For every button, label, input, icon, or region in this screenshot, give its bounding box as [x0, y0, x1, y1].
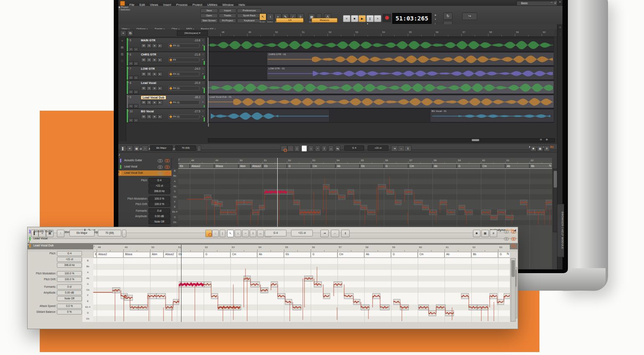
scroll-thumb[interactable] — [511, 260, 515, 277]
modulation-tool[interactable]: ~ — [315, 145, 320, 152]
param-value-noteoff[interactable]: Note Off — [148, 219, 170, 224]
param-value-amplitude[interactable]: 0.00 dB — [148, 214, 170, 219]
volume-stepper-icon[interactable]: ↕ — [202, 81, 204, 84]
pitch-tool[interactable]: ↕ — [308, 145, 314, 152]
solo-button[interactable]: S — [146, 100, 152, 105]
window-controls[interactable]: – □ × — [551, 0, 562, 3]
melodyne-track-lead-vocal-dub[interactable]: •Lead Vocal Dub — [118, 170, 171, 176]
chord-cell[interactable]: Absus2 — [250, 164, 263, 168]
chord-cell[interactable]: Cm — [408, 164, 432, 168]
link-rings-icon[interactable] — [504, 237, 509, 240]
chord-cell[interactable]: Eb — [263, 164, 287, 168]
time-handle-tool[interactable]: ⇆ — [335, 145, 340, 152]
track-header-lead-vocal-dub[interactable]: 9⇆Lead Vocal Dub-38.3↕MS●▸FX (1)+≈~ — [126, 94, 206, 109]
chord-cell[interactable]: G — [457, 164, 481, 168]
clip-lane[interactable]: CHRS GTR - 01 — [208, 52, 554, 66]
rail-icon[interactable]: ▥ — [118, 53, 126, 56]
param-value-amplitude[interactable]: 0.00 dB — [57, 290, 82, 295]
chord-cell[interactable]: Cm — [418, 252, 445, 258]
melodyne-track-acoustic-guitar[interactable]: Acoustic Guitar — [28, 229, 518, 235]
mute-button[interactable]: M — [141, 43, 146, 48]
track-list-icon[interactable]: ▦ — [133, 145, 140, 152]
chord-cell[interactable]: Eb — [178, 164, 190, 168]
track-name[interactable]: LOW GTR — [141, 67, 155, 70]
param-value-pitchdrift[interactable]: 100.0 % — [148, 202, 170, 207]
param-value-attackspeed[interactable]: 0.0 % — [57, 304, 82, 309]
cue-icon[interactable]: ▸ — [435, 13, 437, 17]
radio-selection[interactable]: ○ Selection — [118, 8, 562, 11]
chord-cell[interactable]: G — [384, 164, 408, 168]
clip-lane[interactable] — [208, 80, 554, 94]
chord-cell[interactable]: Bbsus — [123, 252, 150, 258]
pointer-tool[interactable]: ↖ — [302, 145, 307, 152]
dot-icon[interactable]: • — [435, 18, 436, 20]
quantize-dropdown[interactable]: 1/4 — [276, 18, 304, 23]
arm-button[interactable]: ● — [152, 58, 157, 62]
editor-vscrollbar[interactable] — [511, 258, 516, 322]
browser-help-tab[interactable]: BROWSER | HELP MODULE — [557, 204, 564, 257]
link-rings-active-icon[interactable] — [165, 172, 169, 175]
link-pitch-icon[interactable] — [281, 145, 287, 152]
chord-ruler-icon[interactable]: N — [507, 252, 509, 255]
solo-button[interactable]: S — [146, 58, 152, 62]
fx-chip[interactable]: FX (1) — [169, 114, 199, 119]
echo-button[interactable]: ▸ — [157, 100, 163, 105]
chord-cell[interactable]: Abm — [238, 164, 250, 168]
automation-icon[interactable]: ≈ — [128, 61, 133, 66]
note-separation-icon[interactable]: ∣ — [294, 145, 300, 152]
scroll-thumb[interactable] — [554, 171, 557, 188]
fx-add-icon[interactable]: + — [202, 58, 204, 61]
param-value-formants[interactable]: 0 ct — [57, 284, 82, 289]
mute-button[interactable]: M — [141, 114, 146, 119]
chord-cell[interactable]: G — [311, 252, 337, 258]
link-rings-active-icon[interactable] — [511, 237, 516, 240]
solo-button[interactable]: S — [146, 43, 152, 48]
track-header-bg-vocal[interactable]: 10⇆BG Vocal-27.5↕MS●▸FX (1)+≈~ — [126, 109, 206, 123]
chord-cell[interactable]: Ab — [364, 252, 391, 258]
chord-cell[interactable]: G — [391, 252, 418, 258]
note-ruler-icon[interactable]: ♪ — [178, 158, 552, 161]
button-preferences[interactable]: Preferences — [237, 8, 261, 13]
stretch-button[interactable]: ⇕ — [404, 145, 411, 152]
button-keyboard[interactable]: Keyboard — [237, 18, 261, 23]
mute-button[interactable]: M — [141, 58, 146, 62]
track-header-low-gtr[interactable]: 7⇆LOW GTR-24.0↕MS●▸FX (1)+≈~ — [126, 66, 206, 80]
track-header-lead-vocal[interactable]: 8⇆Lead Vocal-20.9↕MS●▸FX (1)+≈~ — [126, 80, 206, 94]
zoom-in-icon[interactable]: ⊕ — [546, 138, 548, 141]
arm-button[interactable]: ● — [152, 100, 157, 105]
chord-cell[interactable]: Cm — [481, 164, 505, 168]
horizontal-scrollbar[interactable] — [208, 138, 555, 142]
chord-cell[interactable]: Cm — [311, 164, 335, 168]
record-button[interactable] — [383, 14, 391, 22]
fx-add-icon[interactable]: + — [202, 72, 204, 75]
snap-tool-icon[interactable]: ⇥ — [93, 228, 95, 232]
duplicate-button[interactable]: ⧉ — [127, 30, 133, 36]
echo-button[interactable]: ▸ — [157, 114, 163, 119]
rail-icon[interactable]: ▤ — [118, 46, 126, 49]
volume-stepper-icon[interactable]: ↕ — [202, 96, 204, 98]
param-value-pitchdrift[interactable]: 100.0 % — [57, 277, 82, 282]
track-header-main-gtr[interactable]: 5⇆MAIN GTR-19.8↕MS●▸FX (1)+≈~ — [126, 38, 206, 52]
automation-icon[interactable]: ≈ — [128, 104, 133, 108]
param-value-pitchmodulation[interactable]: 100.0 % — [148, 196, 170, 201]
wave-icon[interactable]: ~ — [133, 47, 138, 51]
add-track-button[interactable]: + — [120, 30, 126, 36]
volume-stepper-icon[interactable]: ↕ — [202, 67, 204, 70]
link-rings-icon[interactable] — [158, 159, 162, 162]
chord-cell[interactable]: Absus2 — [190, 164, 214, 168]
button-open[interactable]: Open — [200, 13, 218, 18]
chord-cell[interactable]: Cm — [230, 252, 257, 258]
chord-cell[interactable]: Ab — [432, 164, 457, 168]
chord-cell[interactable]: G — [204, 252, 230, 258]
button-start-screen[interactable]: Start Screen — [200, 18, 218, 23]
melodyne-bar-ruler[interactable]: 48495051525354555657585960616263♪ — [93, 245, 510, 252]
param-value-pitch[interactable]: G 4 — [148, 178, 170, 183]
link-dot-icon[interactable]: ○ — [287, 145, 294, 152]
solo-button[interactable]: S — [146, 114, 152, 119]
loop-button[interactable]: ↻ — [443, 13, 452, 20]
fx-chip[interactable]: FX (1) — [169, 86, 199, 91]
scroll-thumb[interactable] — [472, 139, 479, 141]
param-value-pitchmodulation[interactable]: 100.0 % — [57, 271, 82, 276]
fx-chip[interactable]: FX (1) — [169, 100, 199, 105]
track-name[interactable]: Lead Vocal Dub — [141, 96, 166, 99]
